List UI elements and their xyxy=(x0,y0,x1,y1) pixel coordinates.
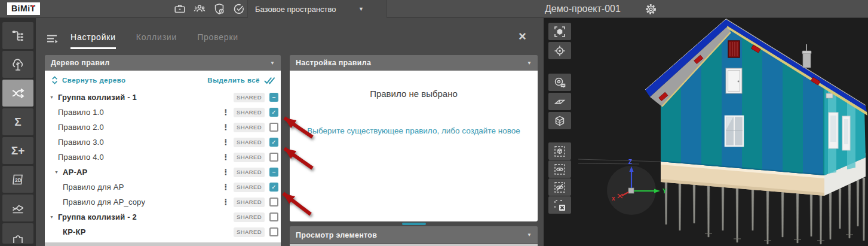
tree-row[interactable]: ▼Группа коллизий - 1⋮SHARED– xyxy=(45,90,281,105)
hide-element-button[interactable] xyxy=(548,178,571,196)
axis-x-label: x xyxy=(612,195,615,202)
measure-icon xyxy=(554,77,566,89)
tree-caret-icon[interactable]: ▼ xyxy=(50,95,58,99)
collapse-panel-icon[interactable] xyxy=(47,34,59,46)
row-checkbox[interactable]: ✓ xyxy=(269,183,278,192)
close-icon[interactable]: × xyxy=(519,30,526,43)
shared-badge: SHARED xyxy=(234,227,265,237)
row-checkbox[interactable] xyxy=(269,198,278,206)
double-check-icon[interactable] xyxy=(263,76,276,84)
sigma-plus-icon: Σ+ xyxy=(11,144,25,157)
logo-red-dot xyxy=(32,5,34,7)
chevron-down-icon: ▼ xyxy=(527,232,532,238)
tree-row[interactable]: ▼Правило 3.0⋮SHARED✓ xyxy=(45,135,281,150)
shared-badge: SHARED xyxy=(234,153,265,162)
team-icon[interactable] xyxy=(192,2,207,16)
remove-from-view-button[interactable] xyxy=(548,196,571,214)
fit-view-icon xyxy=(554,26,566,38)
sidebar-item-graphs[interactable] xyxy=(2,195,33,221)
empty-state-title: Правило не выбрано xyxy=(290,89,538,99)
row-checkbox[interactable] xyxy=(269,212,278,221)
rule-tree-title: Дерево правил xyxy=(51,59,110,67)
sidebar-item-model-structure[interactable] xyxy=(2,22,33,49)
tree-row-label: Группа коллизий - 2 xyxy=(58,212,137,221)
app-logo[interactable]: BiMiT xyxy=(7,2,40,15)
shared-badge: SHARED xyxy=(234,138,265,147)
sidebar-item-sum[interactable]: Σ xyxy=(2,108,33,135)
tree-row-label: Правило 3.0 xyxy=(58,138,104,147)
tab-settings[interactable]: Настройки xyxy=(70,32,116,49)
shared-badge: SHARED xyxy=(234,108,265,117)
isolate-element-button[interactable] xyxy=(548,142,571,160)
sidebar-item-sum-add[interactable]: Σ+ xyxy=(2,137,33,164)
show-element-button[interactable] xyxy=(548,160,571,178)
collapse-tree-icon[interactable] xyxy=(51,75,59,85)
locate-button[interactable] xyxy=(548,42,571,59)
chevron-down-icon: ▼ xyxy=(527,60,532,66)
shared-badge: SHARED xyxy=(234,168,265,177)
row-menu-icon[interactable]: ⋮ xyxy=(222,138,230,147)
row-menu-icon[interactable]: ⋮ xyxy=(222,168,230,177)
sidebar-item-view-2d[interactable]: 2D xyxy=(2,166,33,193)
section-plane-button[interactable] xyxy=(548,93,571,110)
row-checkbox[interactable] xyxy=(269,153,278,162)
tree-scrollbar-track[interactable] xyxy=(45,242,281,246)
tree-row[interactable]: ▼Правило 1.0⋮SHARED✓ xyxy=(45,105,281,120)
shield-user-icon[interactable] xyxy=(212,2,226,16)
shared-badge: SHARED xyxy=(234,212,265,222)
tree-actions-row: Свернуть дерево Выделить всё xyxy=(45,71,281,90)
view-2d-icon: 2D xyxy=(11,172,25,187)
select-all-link[interactable]: Выделить всё xyxy=(207,77,260,84)
viewport-3d[interactable]: Z Y x xyxy=(544,18,868,246)
row-menu-icon[interactable]: ⋮ xyxy=(222,153,230,162)
tab-checks[interactable]: Проверки xyxy=(197,32,238,49)
tree-row[interactable]: ▼Правило 2.0⋮SHARED xyxy=(45,120,281,135)
gear-icon[interactable] xyxy=(644,2,657,16)
chevron-down-icon: ▼ xyxy=(270,60,275,66)
element-view-header[interactable]: Просмотр элементов ▼ xyxy=(290,226,538,244)
shared-badge: SHARED xyxy=(234,123,265,132)
section-box-button[interactable] xyxy=(548,112,571,129)
row-checkbox[interactable]: – xyxy=(269,168,278,177)
workspace-selector[interactable]: Базовое пространство ▼ xyxy=(248,0,387,18)
element-view-title: Просмотр элементов xyxy=(296,231,377,239)
tree-row[interactable]: ▼Правило для АР⋮SHARED✓ xyxy=(45,180,281,195)
row-checkbox[interactable]: – xyxy=(269,93,278,102)
section-box-icon xyxy=(554,115,566,127)
horizontal-scrollbar-thumb[interactable] xyxy=(402,223,426,225)
sidebar-item-collisions[interactable] xyxy=(2,80,33,107)
empty-state-hint[interactable]: Выберите существующее правило, либо созд… xyxy=(290,126,538,135)
rule-tree-header[interactable]: Дерево правил ▼ xyxy=(45,55,281,71)
briefcase-icon[interactable] xyxy=(173,2,187,16)
fit-view-button[interactable] xyxy=(548,23,571,40)
check-circle-icon[interactable] xyxy=(232,2,246,16)
row-checkbox[interactable]: ✓ xyxy=(269,138,278,147)
measure-button[interactable] xyxy=(548,74,571,91)
tab-label: Коллизии xyxy=(136,32,177,42)
rule-settings-header[interactable]: Настройка правила ▼ xyxy=(290,55,538,71)
tree-row[interactable]: ▼КР-КР⋮SHARED xyxy=(45,224,281,239)
model-tree-icon xyxy=(11,29,25,43)
tree-row[interactable]: ▼Группа коллизий - 2⋮SHARED xyxy=(45,209,281,224)
row-checkbox[interactable]: ✓ xyxy=(269,108,278,117)
row-menu-icon[interactable]: ⋮ xyxy=(222,123,230,132)
row-menu-icon[interactable]: ⋮ xyxy=(222,198,230,206)
tab-collisions[interactable]: Коллизии xyxy=(136,32,177,49)
collapse-tree-link[interactable]: Свернуть дерево xyxy=(62,77,126,84)
tree-row[interactable]: ▼АР-АР⋮SHARED– xyxy=(45,165,281,180)
tree-caret-icon[interactable]: ▼ xyxy=(50,215,58,219)
show-element-icon xyxy=(554,163,566,175)
sidebar-item-plugins[interactable] xyxy=(2,223,33,244)
tree-row[interactable]: ▼Правило для АР_copy⋮SHARED xyxy=(45,195,281,209)
tree-caret-icon[interactable]: ▼ xyxy=(54,170,63,174)
tree-row-label: АР-АР xyxy=(63,168,87,177)
row-menu-icon[interactable]: ⋮ xyxy=(222,183,230,192)
tree-row[interactable]: ▼Правило 4.0⋮SHARED xyxy=(45,150,281,165)
sidebar-item-environment[interactable] xyxy=(2,51,33,78)
row-menu-icon[interactable]: ⋮ xyxy=(222,108,230,117)
tree-row-label: КР-КР xyxy=(63,227,86,236)
tree-row-label: Правило 1.0 xyxy=(58,108,104,117)
row-checkbox[interactable] xyxy=(269,227,278,236)
tree-row-label: Правило для АР_copy xyxy=(63,198,145,206)
row-checkbox[interactable] xyxy=(269,123,278,132)
